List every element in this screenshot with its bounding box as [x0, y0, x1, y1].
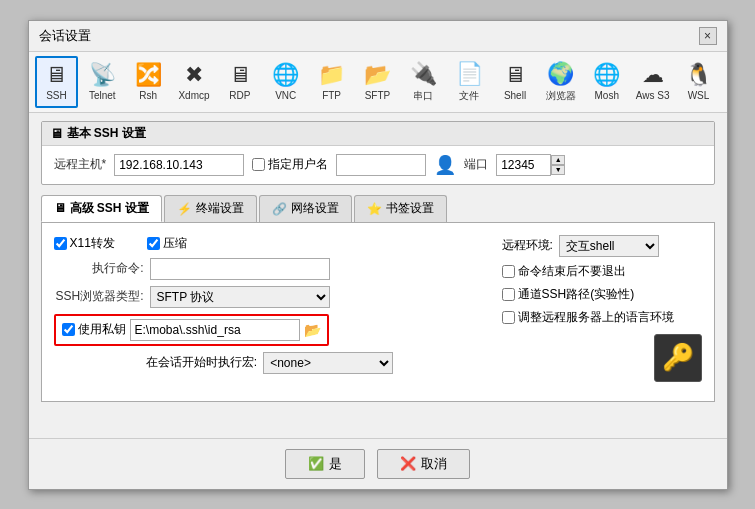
- port-input[interactable]: [496, 154, 551, 176]
- x11-checkbox-label[interactable]: X11转发: [54, 235, 115, 252]
- tab-icon-bookmark: ⭐: [367, 202, 382, 216]
- toolbar-label-telnet: Telnet: [89, 90, 116, 101]
- tabs-container: 🖥高级 SSH 设置⚡终端设置🔗网络设置⭐书签设置 X11转发: [41, 193, 715, 402]
- private-key-input[interactable]: [130, 319, 300, 341]
- toolbar-item-browser[interactable]: 🌍浏览器: [539, 56, 583, 108]
- host-label: 远程主机*: [54, 156, 107, 173]
- no-exit-checkbox-label[interactable]: 命令结束后不要退出: [502, 263, 626, 280]
- username-label: 指定用户名: [268, 156, 328, 173]
- toolbar-label-rdp: RDP: [229, 90, 250, 101]
- browser-type-row: SSH浏览器类型: SFTP 协议: [54, 286, 486, 308]
- tab-icon-terminal: ⚡: [177, 202, 192, 216]
- toolbar-item-rsh[interactable]: 🔀Rsh: [126, 56, 170, 108]
- toolbar-label-ftp: FTP: [322, 90, 341, 101]
- toolbar-icon-ftp: 📁: [318, 62, 345, 88]
- toolbar-item-shell[interactable]: 🖥Shell: [493, 56, 537, 108]
- toolbar-label-shell: Shell: [504, 90, 526, 101]
- tab-terminal[interactable]: ⚡终端设置: [164, 195, 257, 222]
- private-key-container: 使用私钥 📂: [54, 314, 329, 346]
- basic-row: 远程主机* 指定用户名 👤 端口 ▲ ▼: [54, 154, 702, 176]
- toolbar-item-ssh[interactable]: 🖥SSH: [35, 56, 79, 108]
- tab-label-bookmark: 书签设置: [386, 200, 434, 217]
- toolbar-label-aws_s3: Aws S3: [636, 90, 670, 101]
- remote-env-row: 远程环境: 交互shell: [502, 235, 702, 257]
- toolbar-label-wsl: WSL: [688, 90, 710, 101]
- toolbar-icon-wsl: 🐧: [685, 62, 712, 88]
- toolbar-icon-aws_s3: ☁: [642, 62, 664, 88]
- tab-bookmark[interactable]: ⭐书签设置: [354, 195, 447, 222]
- title-bar: 会话设置 ×: [29, 21, 727, 52]
- browser-type-select[interactable]: SFTP 协议: [150, 286, 330, 308]
- key-icon: 🔑: [654, 334, 702, 382]
- username-checkbox[interactable]: [252, 158, 265, 171]
- username-checkbox-label[interactable]: 指定用户名: [252, 156, 328, 173]
- tab-panel-advanced: X11转发 压缩 执行命令:: [41, 222, 715, 402]
- port-up-button[interactable]: ▲: [551, 155, 565, 165]
- toolbar-item-wsl[interactable]: 🐧WSL: [677, 56, 721, 108]
- host-input[interactable]: [114, 154, 244, 176]
- no-exit-row: 命令结束后不要退出: [502, 263, 702, 280]
- tab-advanced[interactable]: 🖥高级 SSH 设置: [41, 195, 162, 222]
- close-button[interactable]: ×: [699, 27, 717, 45]
- x11-checkbox[interactable]: [54, 237, 67, 250]
- private-key-checkbox-label[interactable]: 使用私钥: [62, 321, 126, 338]
- tunnel-checkbox[interactable]: [502, 288, 515, 301]
- no-exit-checkbox[interactable]: [502, 265, 515, 278]
- no-exit-label: 命令结束后不要退出: [518, 263, 626, 280]
- exec-cmd-input[interactable]: [150, 258, 330, 280]
- toolbar-item-rdp[interactable]: 🖥RDP: [218, 56, 262, 108]
- compress-label: 压缩: [163, 235, 187, 252]
- cancel-button[interactable]: ❌ 取消: [377, 449, 470, 479]
- ok-label: 是: [329, 455, 342, 473]
- private-key-checkbox[interactable]: [62, 323, 75, 336]
- tunnel-checkbox-label[interactable]: 通道SSH路径(实验性): [502, 286, 635, 303]
- x11-label: X11转发: [70, 235, 115, 252]
- key-icon-wrapper: 🔑: [502, 334, 702, 382]
- username-input[interactable]: [336, 154, 426, 176]
- toolbar-item-xdmcp[interactable]: ✖Xdmcp: [172, 56, 216, 108]
- toolbar-item-file[interactable]: 📄文件: [447, 56, 491, 108]
- toolbar-item-serial[interactable]: 🔌串口: [401, 56, 445, 108]
- toolbar-item-mosh[interactable]: 🌐Mosh: [585, 56, 629, 108]
- private-key-label: 使用私钥: [78, 321, 126, 338]
- port-down-button[interactable]: ▼: [551, 165, 565, 175]
- basic-ssh-header: 🖥 基本 SSH 设置: [42, 122, 714, 146]
- toolbar-item-aws_s3[interactable]: ☁Aws S3: [631, 56, 675, 108]
- compress-checkbox-label[interactable]: 压缩: [147, 235, 187, 252]
- basic-ssh-title: 基本 SSH 设置: [67, 125, 146, 142]
- advanced-right-col: 远程环境: 交互shell 命令结束后不要退出: [502, 235, 702, 382]
- remote-env-select[interactable]: 交互shell: [559, 235, 659, 257]
- basic-ssh-icon: 🖥: [50, 126, 63, 141]
- cancel-label: 取消: [421, 455, 447, 473]
- private-key-row: 使用私钥 📂: [54, 314, 486, 346]
- toolbar-icon-mosh: 🌐: [593, 62, 620, 88]
- toolbar-item-telnet[interactable]: 📡Telnet: [80, 56, 124, 108]
- browse-icon[interactable]: 📂: [304, 322, 321, 338]
- toolbar-label-ssh: SSH: [46, 90, 67, 101]
- lang-checkbox-label[interactable]: 调整远程服务器上的语言环境: [502, 309, 674, 326]
- toolbar-item-sftp[interactable]: 📂SFTP: [356, 56, 400, 108]
- tabs: 🖥高级 SSH 设置⚡终端设置🔗网络设置⭐书签设置: [41, 195, 715, 222]
- toolbar-label-rsh: Rsh: [139, 90, 157, 101]
- person-icon: 👤: [434, 154, 456, 176]
- tab-label-network: 网络设置: [291, 200, 339, 217]
- ok-button[interactable]: ✅ 是: [285, 449, 365, 479]
- session-type-toolbar: 🖥SSH📡Telnet🔀Rsh✖Xdmcp🖥RDP🌐VNC📁FTP📂SFTP🔌串…: [29, 52, 727, 113]
- compress-checkbox[interactable]: [147, 237, 160, 250]
- toolbar-icon-sftp: 📂: [364, 62, 391, 88]
- lang-checkbox[interactable]: [502, 311, 515, 324]
- toolbar-label-sftp: SFTP: [365, 90, 391, 101]
- toolbar-icon-ssh: 🖥: [45, 62, 67, 88]
- tab-network[interactable]: 🔗网络设置: [259, 195, 352, 222]
- toolbar-label-vnc: VNC: [275, 90, 296, 101]
- port-label: 端口: [464, 156, 488, 173]
- tunnel-row: 通道SSH路径(实验性): [502, 286, 702, 303]
- toolbar-item-ftp[interactable]: 📁FTP: [310, 56, 354, 108]
- session-settings-dialog: 会话设置 × 🖥SSH📡Telnet🔀Rsh✖Xdmcp🖥RDP🌐VNC📁FTP…: [28, 20, 728, 490]
- toolbar-label-mosh: Mosh: [595, 90, 619, 101]
- startup-label: 在会话开始时执行宏:: [146, 354, 257, 371]
- startup-select[interactable]: <none>: [263, 352, 393, 374]
- tunnel-label: 通道SSH路径(实验性): [518, 286, 635, 303]
- toolbar-item-vnc[interactable]: 🌐VNC: [264, 56, 308, 108]
- tab-label-advanced: 高级 SSH 设置: [70, 200, 149, 217]
